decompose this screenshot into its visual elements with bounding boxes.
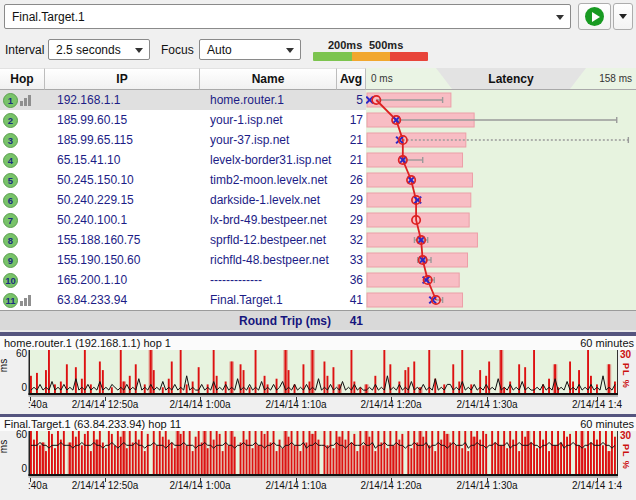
interval-combobox[interactable]: 2.5 seconds [48,39,150,60]
ip-cell: 185.99.65.115 [45,133,200,147]
column-header-ip[interactable]: IP [45,68,200,90]
name-cell: darkside-1.levelx.net [200,193,337,207]
time-tick-label: 2/14/14 12:50a [72,480,139,491]
hop-cell: 11 [0,293,45,308]
avg-cell: 17 [337,113,366,127]
table-row[interactable]: 550.245.150.10timb2-moon.levelx.net26 [0,170,366,190]
time-tick-label: 2/14/14 1:30a [456,399,517,410]
round-trip-row: Round Trip (ms) 41 [0,310,636,330]
table-row[interactable]: 3185.99.65.115your-37.isp.net21 [0,130,366,150]
time-tick-label: 2/14/14 1:30a [456,480,517,491]
time-tick-label: 2/14/14 1:4 [572,399,622,410]
timeline-graph-hop1-duration: 60 minutes [580,337,634,349]
timeline-plot-hop11[interactable] [0,431,636,478]
chevron-down-icon [286,48,294,53]
hop-badge: 9 [3,253,18,268]
time-tick-label: 2/14/14 1:10a [265,399,326,410]
time-tick-label: 2/14/14 1:00a [169,480,230,491]
table-row[interactable]: 1163.84.233.94Final.Target.141 [0,290,366,310]
column-header-latency[interactable]: 0 ms Latency 158 ms [366,68,636,90]
name-cell: Final.Target.1 [200,293,337,307]
latency-range-svg [366,90,636,310]
ip-cell: 50.245.150.10 [45,173,200,187]
avg-cell: 36 [337,273,366,287]
column-header-hop[interactable]: Hop [0,68,45,90]
name-cell: richfld-48.bestpeer.net [200,253,337,267]
ip-cell: 65.15.41.10 [45,153,200,167]
latency-axis-max: 158 ms [599,73,632,84]
time-tick-label: 2/14/14 1:4 [572,480,622,491]
bar-chart-icon [20,95,32,106]
timeline-graph-hop11-header: Final.Target.1 (63.84.233.94) hop 11 60 … [0,417,636,431]
bar-chart-icon [20,295,32,306]
table-row[interactable]: 2185.99.60.15your-1.isp.net17 [0,110,366,130]
target-combobox[interactable]: Final.Target.1 [4,4,571,29]
avg-cell: 41 [337,293,366,307]
latency-scale-500ms-label: 500ms [369,39,403,51]
ip-cell: 192.168.1.1 [45,93,200,107]
chevron-down-icon [556,15,564,20]
avg-cell: 32 [337,233,366,247]
table-row[interactable]: 9155.190.150.60richfld-48.bestpeer.net33 [0,250,366,270]
table-row[interactable]: 1192.168.1.1home.router.15 [0,90,366,110]
hop-cell: 10 [0,273,45,288]
name-cell: your-1.isp.net [200,113,337,127]
timeline-svg-hop11 [0,431,636,478]
avg-cell: 5 [337,93,366,107]
column-header-avg[interactable]: Avg [337,68,366,90]
avg-cell: 21 [337,153,366,167]
hop-badge: 8 [3,233,18,248]
hop-badge: 7 [3,213,18,228]
hop-cell: 3 [0,133,45,148]
hop-badge: 10 [3,273,18,288]
hop-badge: 3 [3,133,18,148]
latency-scale-200ms-label: 200ms [328,39,362,51]
hop-cell: 4 [0,153,45,168]
focus-combobox[interactable]: Auto [199,39,301,60]
name-cell: your-37.isp.net [200,133,337,147]
timeline-plot-hop1[interactable] [0,350,636,397]
time-tick-label: 2/14/14 1:20a [360,480,421,491]
table-row[interactable]: 465.15.41.10levelx-border31.isp.net21 [0,150,366,170]
latency-range-chart[interactable] [366,90,636,310]
name-cell: levelx-border31.isp.net [200,153,337,167]
latency-axis-title: Latency [436,68,586,89]
time-tick-label: 2/14/14 12:50a [72,399,139,410]
name-cell: timb2-moon.levelx.net [200,173,337,187]
time-axis-hop11: :40a2/14/14 12:50a2/14/14 1:00a2/14/14 1… [0,478,636,492]
time-tick-label: :40a [28,399,47,410]
time-tick-label: 2/14/14 1:00a [169,399,230,410]
column-header-name[interactable]: Name [200,68,337,90]
hop-badge: 1 [3,93,18,108]
ip-cell: 185.99.60.15 [45,113,200,127]
time-tick-label: 2/14/14 1:10a [265,480,326,491]
chevron-down-icon [135,48,143,53]
timeline-graph-hop11: Final.Target.1 (63.84.233.94) hop 11 60 … [0,417,636,500]
trace-options-dropdown-button[interactable] [613,3,633,30]
avg-cell: 33 [337,253,366,267]
hop-badge: 5 [3,173,18,188]
table-row[interactable]: 750.240.100.1lx-brd-49.bestpeer.net29 [0,210,366,230]
pingplotter-window: Final.Target.1 Interval 2.5 seconds Focu… [0,0,636,500]
start-trace-button[interactable] [578,3,611,30]
name-cell: home.router.1 [200,93,337,107]
table-row[interactable]: 650.240.229.15darkside-1.levelx.net29 [0,190,366,210]
ip-cell: 50.240.100.1 [45,213,200,227]
focus-combobox-value: Auto [207,43,232,57]
focus-label: Focus [161,43,194,57]
latency-axis-min: 0 ms [371,73,393,84]
avg-cell: 21 [337,133,366,147]
timeline-graph-hop11-title: Final.Target.1 (63.84.233.94) hop 11 [4,418,181,430]
avg-cell: 26 [337,173,366,187]
hop-cell: 5 [0,173,45,188]
name-cell: ------------- [200,273,337,287]
timeline-graph-hop1-header: home.router.1 (192.168.1.1) hop 1 60 min… [0,336,636,350]
time-axis-hop1: :40a2/14/14 12:50a2/14/14 1:00a2/14/14 1… [0,397,636,411]
chevron-down-icon [619,14,627,19]
hop-cell: 6 [0,193,45,208]
timeline-graph-hop11-duration: 60 minutes [580,418,634,430]
table-row[interactable]: 10165.200.1.10-------------36 [0,270,366,290]
table-row[interactable]: 8155.188.160.75sprfld-12.bestpeer.net32 [0,230,366,250]
hop-badge: 11 [3,293,18,308]
name-cell: lx-brd-49.bestpeer.net [200,213,337,227]
